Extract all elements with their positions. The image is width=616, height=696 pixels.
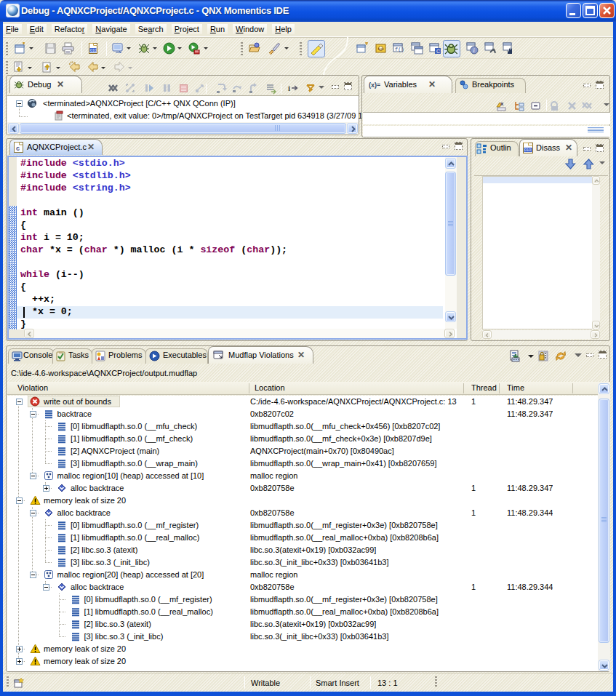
svg-text:i: i (288, 84, 290, 92)
svg-text:f(): f() (395, 47, 404, 52)
svg-text:C: C (436, 49, 440, 54)
svg-text:i: i (473, 47, 475, 54)
svg-text:(x)=: (x)= (369, 81, 380, 89)
svg-text:sun: sun (378, 47, 384, 51)
svg-text:x: x (500, 100, 504, 107)
svg-text:010: 010 (90, 48, 97, 52)
svg-text:c: c (16, 145, 20, 152)
svg-text:010: 010 (524, 148, 531, 152)
